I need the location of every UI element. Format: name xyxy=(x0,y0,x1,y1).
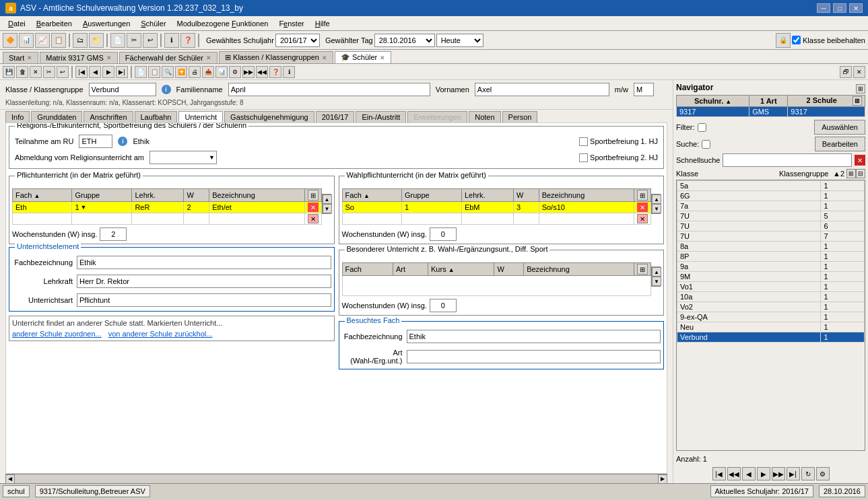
nav-schulnr-row[interactable]: 9317 GMS 9317 xyxy=(677,107,865,117)
nav-class-row[interactable]: 9a1 xyxy=(677,262,865,272)
tb2-print[interactable]: 🖨 xyxy=(189,66,201,78)
nav-last-btn[interactable]: ▶| xyxy=(787,467,800,480)
tb-btn-8[interactable]: ✂ xyxy=(127,33,141,48)
vorname-input[interactable] xyxy=(475,83,609,96)
nav-class-row[interactable]: 8P1 xyxy=(677,252,865,262)
tb-btn-5[interactable]: 🗂 xyxy=(73,33,88,48)
ue-lehr-input[interactable] xyxy=(77,275,331,288)
tb-btn-2[interactable]: 📊 xyxy=(19,33,34,48)
nav-col-art[interactable]: 1 Art xyxy=(749,96,788,107)
menu-datei[interactable]: Datei xyxy=(3,18,31,29)
wahl-scroll-up[interactable]: ▲ xyxy=(652,194,661,204)
nav-prev1-btn[interactable]: ◀ xyxy=(742,467,756,480)
menu-hilfe[interactable]: Hilfe xyxy=(310,18,335,29)
wahl-row-1[interactable]: So 1 EbM 3 So/s10 ✕ xyxy=(342,202,651,213)
scroll-right[interactable]: ▶ xyxy=(658,474,667,484)
tb-btn-1[interactable]: 🔶 xyxy=(3,33,18,48)
tb-btn-4[interactable]: 📋 xyxy=(51,33,66,48)
pflicht-col-w[interactable]: W xyxy=(184,189,209,202)
tab-close-matrix[interactable]: ✕ xyxy=(106,55,112,61)
tb-btn-6[interactable]: 📁 xyxy=(89,33,104,48)
link-zurueck[interactable]: von anderer Schule zurückhol... xyxy=(108,330,213,338)
tb2-filter[interactable]: 🔽 xyxy=(175,66,187,78)
tab-matrix[interactable]: Matrix 9317 GMS ✕ xyxy=(40,52,118,63)
sub-tab-unterricht[interactable]: Unterricht xyxy=(178,111,223,122)
nav-bearbeiten-btn[interactable]: Bearbeiten xyxy=(815,137,865,151)
pflicht-delete-2[interactable]: ✕ xyxy=(308,214,319,223)
nav-settings-btn[interactable]: ⚙ xyxy=(816,467,830,480)
tab-close-faecherwahl[interactable]: ✕ xyxy=(206,55,211,61)
menu-schueler[interactable]: Schüler xyxy=(135,18,171,29)
bes-scroll-down[interactable]: ▼ xyxy=(652,277,661,286)
tb-btn-9[interactable]: ↩ xyxy=(143,33,158,48)
tb2-next[interactable]: ▶ xyxy=(102,66,114,78)
sub-tab-einaustritt[interactable]: Ein-/Austritt xyxy=(356,111,406,122)
tb2-close-panel[interactable]: ✕ xyxy=(853,66,865,78)
bes-col-bez[interactable]: Bezeichnung xyxy=(524,263,634,276)
bf-art-input[interactable] xyxy=(407,350,661,363)
wahl-col-w[interactable]: W xyxy=(513,189,539,202)
tb2-help[interactable]: ❓ xyxy=(269,66,281,78)
tb2-prev[interactable]: ◀ xyxy=(89,66,101,78)
tb2-search[interactable]: 🔍 xyxy=(162,66,174,78)
nav-suche-checkbox[interactable] xyxy=(702,140,710,149)
sub-tab-info[interactable]: Info xyxy=(5,111,30,122)
nav-class-row[interactable]: Verbund1 xyxy=(677,332,865,343)
sport1-checkbox[interactable] xyxy=(579,137,588,146)
tb2-x[interactable]: ✕ xyxy=(30,66,42,78)
bes-col-art[interactable]: Art xyxy=(393,263,428,276)
ru-info-icon[interactable]: i xyxy=(118,137,127,146)
tb-btn-3[interactable]: 📈 xyxy=(35,33,50,48)
wahl-row-2[interactable]: ✕ xyxy=(342,213,651,225)
wahl-add-btn[interactable]: ⊞ xyxy=(637,190,648,201)
menu-auswertungen[interactable]: Auswertungen xyxy=(77,18,135,29)
nav-class-row[interactable]: 9-ex-QA1 xyxy=(677,312,865,322)
nav-col-schule[interactable]: 2 Schule ⊞ xyxy=(788,96,865,107)
pflicht-scroll-up[interactable]: ▲ xyxy=(323,194,332,204)
tb2-save[interactable]: 💾 xyxy=(3,66,15,78)
tag-combo[interactable]: 28.10.2016 xyxy=(374,34,435,47)
wahl-ws-input[interactable] xyxy=(430,227,457,241)
wahl-delete-1[interactable]: ✕ xyxy=(637,203,648,212)
sub-tab-grunddaten[interactable]: Grunddaten xyxy=(31,111,82,122)
nav-refresh-btn[interactable]: ↻ xyxy=(801,467,815,480)
tb-btn-lock[interactable]: 🔒 xyxy=(776,33,791,48)
familienname-input[interactable] xyxy=(228,83,430,96)
pflicht-delete-1[interactable]: ✕ xyxy=(308,203,319,212)
tb2-export[interactable]: 📤 xyxy=(202,66,214,78)
abmeldung-combo[interactable]: ▼ xyxy=(149,151,217,164)
tb2-more1[interactable]: ▶▶ xyxy=(242,66,255,78)
tb2-info[interactable]: ℹ xyxy=(283,66,295,78)
klasse-input[interactable] xyxy=(89,83,156,96)
nav-class-row[interactable]: 8a1 xyxy=(677,242,865,252)
nav-class-row[interactable]: 7U7 xyxy=(677,231,865,242)
tb2-delete[interactable]: 🗑 xyxy=(16,66,28,78)
menu-fenster[interactable]: Fenster xyxy=(273,18,309,29)
info-icon[interactable]: i xyxy=(162,85,171,94)
tb2-chart[interactable]: 📊 xyxy=(215,66,228,78)
pflicht-scroll-down[interactable]: ▼ xyxy=(323,204,332,213)
nav-auswahlen-btn[interactable]: Auswählen xyxy=(814,120,865,135)
wahl-col-bez[interactable]: Bezeichnung xyxy=(539,189,634,202)
nav-class-row[interactable]: Vo11 xyxy=(677,282,865,292)
nav-corner-btn[interactable]: ⊞ xyxy=(856,84,865,94)
menu-modulbezogene[interactable]: Modulbezogene Funktionen xyxy=(172,18,274,29)
heute-combo[interactable]: Heute xyxy=(436,34,483,47)
nav-class-row[interactable]: 7U6 xyxy=(677,221,865,231)
nav-class-row[interactable]: 7U5 xyxy=(677,211,865,221)
nav-next1-btn[interactable]: ▶ xyxy=(757,467,770,480)
nav-class-row[interactable]: Neu1 xyxy=(677,322,865,332)
nav-schule-btn[interactable]: ⊞ xyxy=(853,96,862,106)
pflicht-col-bez[interactable]: Bezeichnung xyxy=(209,189,304,202)
nav-schnellsuche-clear[interactable]: ✕ xyxy=(855,155,865,166)
pflicht-add-btn[interactable]: ⊞ xyxy=(308,190,319,201)
bes-col-fach[interactable]: Fach xyxy=(342,263,393,276)
pflicht-col-lehrk[interactable]: Lehrk. xyxy=(132,189,184,202)
tab-close-klassen[interactable]: ✕ xyxy=(322,55,327,61)
wahl-delete-2[interactable]: ✕ xyxy=(637,214,648,223)
nav-next-btn[interactable]: ▶▶ xyxy=(772,467,785,480)
wahl-col-lehrk[interactable]: Lehrk. xyxy=(461,189,513,202)
sub-tab-noten[interactable]: Noten xyxy=(469,111,500,122)
nav-class-corner2[interactable]: ⊟ xyxy=(856,169,865,178)
maximize-button[interactable]: □ xyxy=(833,3,846,13)
